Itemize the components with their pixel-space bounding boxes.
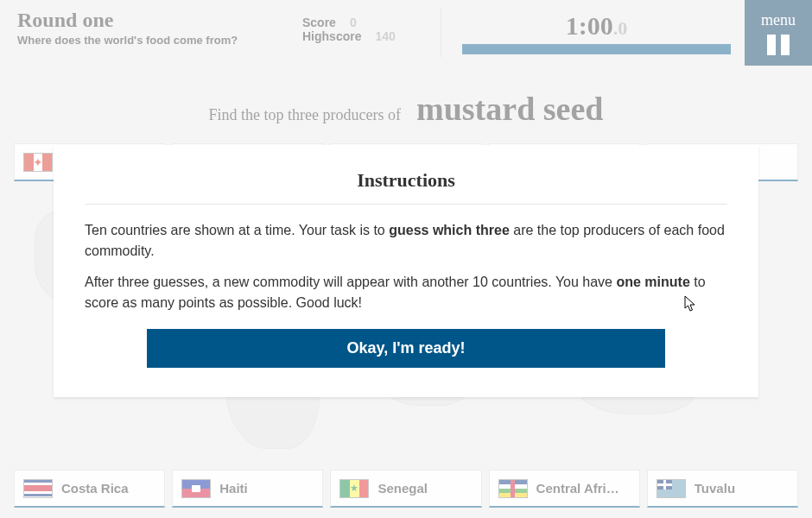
instructions-modal: Instructions Ten countries are shown at … <box>54 145 758 397</box>
modal-paragraph-1: Ten countries are shown at a time. Your … <box>85 220 727 262</box>
modal-text-bold: one minute <box>616 275 689 289</box>
modal-title: Instructions <box>85 169 727 192</box>
modal-text: After three guesses, a new commodity wil… <box>85 275 616 289</box>
ready-button[interactable]: Okay, I'm ready! <box>147 329 665 368</box>
modal-divider <box>85 204 727 205</box>
modal-paragraph-2: After three guesses, a new commodity wil… <box>85 272 727 313</box>
modal-text-bold: guess which three <box>389 223 510 237</box>
modal-text: Ten countries are shown at a time. Your … <box>85 223 389 237</box>
